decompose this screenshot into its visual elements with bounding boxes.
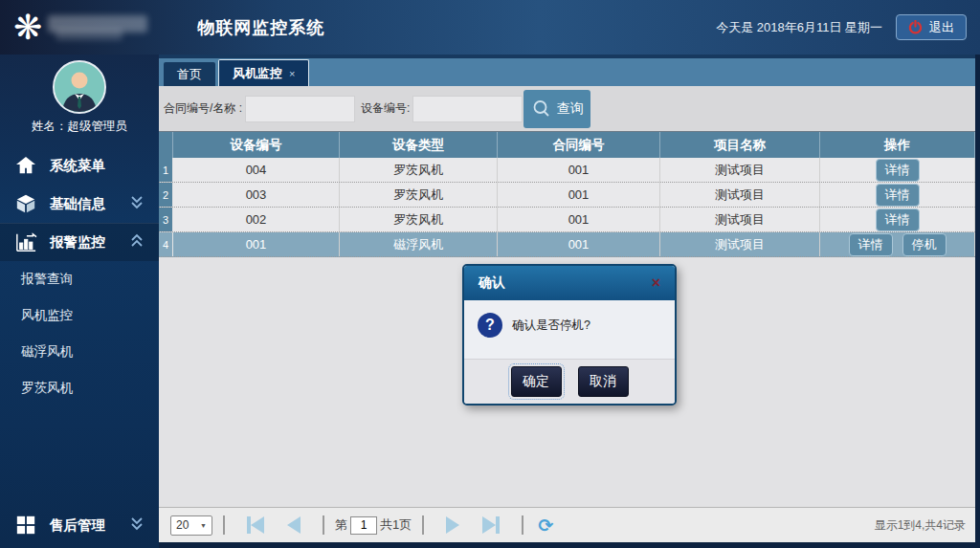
cell-project-name: 测试项目 (660, 158, 820, 182)
chevron-up-icon (128, 233, 145, 252)
cell-operations: 详情 (820, 208, 975, 231)
col-project-name: 项目名称 (660, 132, 820, 158)
table-row[interactable]: 4 001 磁浮风机 001 测试项目 详情停机 (159, 232, 975, 257)
detail-button[interactable]: 详情 (876, 208, 920, 231)
device-label: 设备编号: (361, 100, 410, 117)
col-contract-no: 合同编号 (498, 132, 660, 158)
refresh-icon[interactable]: ⟳ (538, 515, 553, 537)
col-device-no: 设备编号 (173, 132, 340, 158)
row-number: 4 (159, 232, 173, 256)
dialog-title: 确认 (479, 274, 505, 292)
stop-button[interactable]: 停机 (902, 233, 947, 256)
sidebar: 姓名：超级管理员 系统菜单 基础信息 (0, 55, 159, 548)
cell-contract-no: 001 (498, 232, 660, 256)
cell-device-type: 罗茨风机 (340, 208, 498, 231)
cell-device-type: 罗茨风机 (340, 158, 498, 182)
sidebar-subitem-罗茨风机[interactable]: 罗茨风机 (0, 370, 159, 406)
sidebar-item-basic-info[interactable]: 基础信息 (0, 185, 159, 223)
device-input[interactable] (412, 96, 523, 122)
detail-button[interactable]: 详情 (876, 159, 920, 182)
query-button[interactable]: 查询 (523, 90, 590, 128)
cube-icon (13, 192, 38, 215)
table-row[interactable]: 3 002 罗茨风机 001 测试项目 详情 (159, 208, 975, 232)
power-icon (908, 20, 923, 34)
page-suffix: 共1页 (380, 516, 412, 534)
next-page-button[interactable] (446, 516, 459, 534)
chevron-down-icon (128, 195, 145, 213)
chevron-down-icon: ▼ (200, 522, 207, 529)
dialog-message: 确认是否停机? (512, 313, 590, 346)
dialog-body: ? 确认是否停机? (464, 300, 675, 359)
cancel-button[interactable]: 取消 (578, 366, 629, 397)
company-name-redacted (48, 11, 163, 44)
cell-operations: 详情 (820, 183, 975, 207)
cell-device-no: 003 (173, 183, 340, 207)
date-text: 今天是 2018年6月11日 星期一 (716, 19, 882, 36)
home-icon (13, 154, 38, 177)
app-header: ❋ 物联网监控系统 今天是 2018年6月11日 星期一 退出 (0, 0, 980, 55)
cell-device-no: 002 (173, 208, 340, 231)
prev-page-button[interactable] (287, 516, 301, 534)
dialog-title-bar: 确认 × (464, 266, 675, 300)
cell-contract-no: 001 (498, 183, 660, 207)
app-logo-icon: ❋ (13, 11, 42, 45)
cell-device-type: 罗茨风机 (340, 183, 498, 207)
confirm-dialog: 确认 × ? 确认是否停机? 确定 取消 (462, 264, 677, 406)
user-name: 姓名：超级管理员 (32, 119, 127, 135)
sidebar-subitem-磁浮风机[interactable]: 磁浮风机 (0, 334, 159, 370)
sidebar-subitem-风机监控[interactable]: 风机监控 (0, 297, 159, 334)
sidebar-subitem-报警查询[interactable]: 报警查询 (0, 261, 159, 297)
logout-button[interactable]: 退出 (896, 14, 967, 40)
tab-fan-monitor[interactable]: 风机监控× (218, 59, 309, 86)
table-header: 设备编号 设备类型 合同编号 项目名称 操作 (159, 132, 975, 158)
detail-button[interactable]: 详情 (849, 233, 893, 256)
contract-label: 合同编号/名称 : (164, 100, 242, 117)
sidebar-item-alarm-monitor[interactable]: 报警监控 (0, 223, 159, 261)
cell-project-name: 测试项目 (660, 208, 820, 231)
page-prefix: 第 (335, 516, 347, 534)
col-device-type: 设备类型 (340, 132, 498, 158)
page-size-select[interactable]: 20 ▼ (170, 515, 212, 536)
chevron-down-icon (128, 516, 145, 535)
table-row[interactable]: 1 004 罗茨风机 001 测试项目 详情 (159, 158, 975, 183)
dialog-footer: 确定 取消 (464, 359, 675, 404)
first-page-button[interactable] (247, 516, 264, 534)
cell-project-name: 测试项目 (660, 183, 820, 207)
page-number-input[interactable] (350, 516, 377, 535)
sidebar-item-system-menu[interactable]: 系统菜单 (0, 146, 159, 185)
avatar (53, 60, 106, 114)
cell-contract-no: 001 (498, 158, 660, 182)
cell-operations: 详情停机 (820, 232, 975, 256)
cell-device-type: 磁浮风机 (340, 232, 498, 256)
detail-button[interactable]: 详情 (876, 184, 920, 207)
pagination-bar: 20 ▼ 第 共1页 ⟳ 显示1到4,共4记录 (159, 507, 975, 542)
grid-icon (13, 514, 38, 537)
last-page-button[interactable] (482, 516, 500, 534)
search-icon (531, 99, 552, 120)
alarm-submenu: 报警查询 风机监控 磁浮风机 罗茨风机 (0, 261, 159, 406)
table-body: 1 004 罗茨风机 001 测试项目 详情 2 003 罗茨风机 001 测试… (159, 158, 975, 257)
row-number: 3 (159, 208, 173, 231)
page-title: 物联网监控系统 (197, 16, 324, 39)
records-text: 显示1到4,共4记录 (875, 517, 966, 534)
contract-input[interactable] (245, 96, 355, 122)
cell-device-no: 001 (173, 232, 340, 256)
chart-icon (13, 231, 38, 254)
cell-contract-no: 001 (498, 208, 660, 231)
question-icon: ? (478, 313, 502, 338)
search-bar: 合同编号/名称 : 设备编号: 查询 (159, 86, 975, 132)
col-operation: 操作 (820, 132, 975, 158)
close-icon[interactable]: × (652, 274, 660, 292)
row-number: 2 (159, 183, 173, 207)
close-icon[interactable]: × (289, 68, 295, 79)
table-row[interactable]: 2 003 罗茨风机 001 测试项目 详情 (159, 183, 975, 208)
ok-button[interactable]: 确定 (511, 366, 562, 397)
cell-operations: 详情 (820, 158, 975, 182)
tab-home[interactable]: 首页 (164, 62, 215, 86)
cell-device-no: 004 (173, 158, 340, 182)
cell-project-name: 测试项目 (660, 232, 820, 256)
tab-bar: 首页 风机监控× (159, 55, 975, 86)
sidebar-item-aftersales[interactable]: 售后管理 (0, 506, 159, 544)
row-number: 1 (159, 158, 173, 182)
